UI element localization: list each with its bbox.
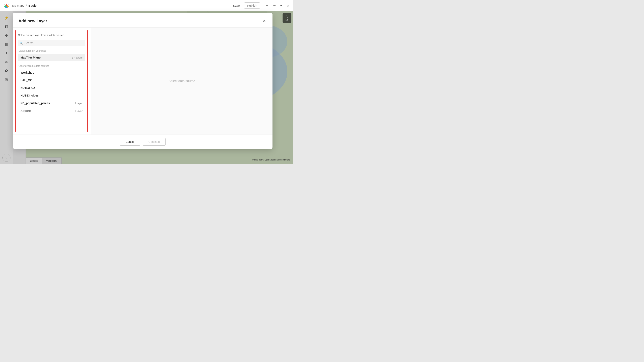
datasource-lau-cz[interactable]: LAU_CZ: [18, 77, 85, 84]
datasource-layers: 17 layers: [72, 56, 82, 59]
breadcrumb: My maps / Basic: [12, 4, 230, 7]
source-panel-description: Select source layer from its data source…: [18, 33, 85, 37]
cancel-button[interactable]: Cancel: [120, 138, 140, 146]
topbar-close-button[interactable]: ✕: [286, 3, 290, 8]
breadcrumb-current: Basic: [28, 4, 36, 7]
search-input[interactable]: [18, 40, 85, 46]
datasource-airports[interactable]: Airports 1 layer: [18, 107, 85, 114]
datasource-name: NUTS3_cities: [20, 94, 38, 97]
datasource-name: LAU_CZ: [20, 79, 32, 82]
continue-button[interactable]: Continue: [143, 138, 166, 146]
datasource-workshop[interactable]: Workshop: [18, 69, 85, 76]
breadcrumb-link[interactable]: My maps: [12, 4, 24, 7]
datasource-name: MapTiler Planet: [20, 56, 41, 59]
datasource-layers: 1 layer: [75, 109, 82, 112]
datasource-name: Workshop: [20, 71, 34, 74]
topbar-actions: Save Publish ← → ≡ ✕: [230, 2, 290, 9]
modal-title: Add new Layer: [18, 19, 47, 23]
add-layer-modal: Add new Layer ✕ Select source layer from…: [13, 13, 272, 149]
datasource-nuts3-cities[interactable]: NUTS3_cities: [18, 92, 85, 99]
forward-button[interactable]: →: [271, 2, 278, 9]
detail-panel: Select data source: [91, 27, 272, 135]
save-button[interactable]: Save: [230, 2, 242, 8]
datasource-layers: 1 layer: [75, 102, 82, 105]
in-map-section-label: Data sources in your map: [18, 49, 85, 52]
datasource-ne-populated[interactable]: NE_populated_places 1 layer: [18, 99, 85, 107]
datasource-name: NE_populated_places: [20, 102, 50, 105]
source-panel: Select source layer from its data source…: [15, 30, 88, 132]
other-section-label: Other available data sources: [18, 64, 85, 67]
datasource-name: Airports: [20, 109, 32, 112]
modal-body: Select source layer from its data source…: [13, 27, 272, 135]
detail-placeholder-text: Select data source: [168, 79, 195, 83]
back-button[interactable]: ←: [263, 2, 270, 9]
search-icon: 🔍: [20, 41, 23, 45]
breadcrumb-separator: /: [26, 4, 27, 7]
topbar-nav: ← → ≡: [263, 2, 284, 9]
section-divider: [18, 63, 85, 63]
topbar: My maps / Basic Save Publish ← → ≡ ✕: [0, 0, 293, 11]
source-panel-scroll[interactable]: Select source layer from its data source…: [16, 30, 87, 132]
menu-button[interactable]: ≡: [278, 2, 284, 9]
datasource-name: NUTS3_CZ: [20, 86, 35, 89]
publish-button[interactable]: Publish: [244, 2, 260, 9]
modal-footer: Cancel Continue: [13, 135, 272, 149]
modal-close-button[interactable]: ✕: [262, 18, 267, 24]
modal-overlay: Add new Layer ✕ Select source layer from…: [0, 11, 293, 164]
search-wrap: 🔍: [18, 40, 85, 46]
app-logo[interactable]: [3, 2, 10, 9]
datasource-maptiler-planet[interactable]: MapTiler Planet 17 layers: [18, 54, 85, 61]
modal-header: Add new Layer ✕: [13, 13, 272, 27]
datasource-nuts3-cz[interactable]: NUTS3_CZ: [18, 84, 85, 91]
